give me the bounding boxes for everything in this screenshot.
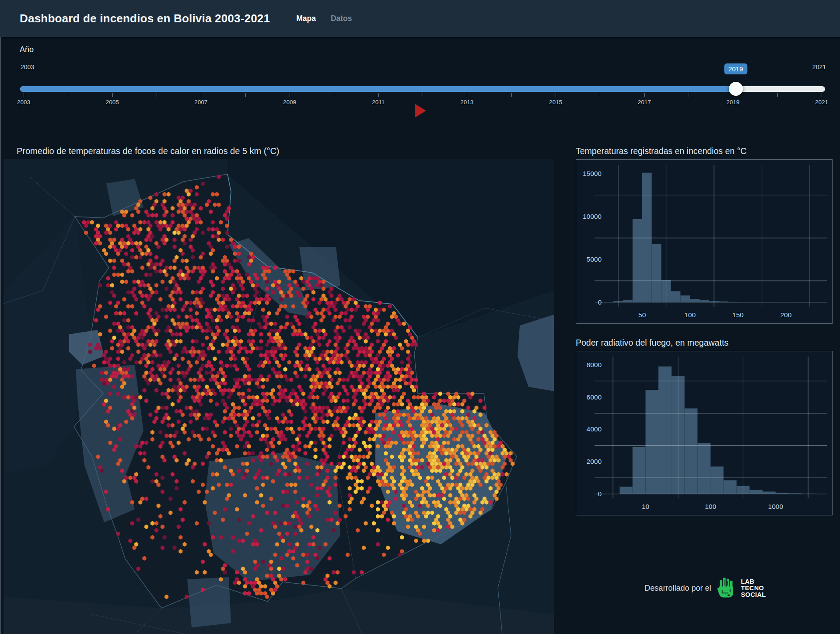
play-animation-button[interactable] — [415, 104, 426, 118]
year-tick — [600, 93, 600, 97]
year-tick-label: 2015 — [549, 99, 562, 105]
svg-text:8000: 8000 — [587, 361, 602, 368]
year-slider-value-badge: 2019 — [724, 63, 747, 74]
year-tick-label: 2009 — [283, 99, 296, 105]
slider-max-label: 2021 — [812, 63, 826, 70]
svg-text:0: 0 — [598, 298, 602, 306]
bolivia-hexbin-map[interactable] — [4, 159, 554, 634]
year-slider-section: Año 2003 2021 2019 200320052007200920112… — [0, 37, 840, 127]
svg-text:4000: 4000 — [587, 425, 602, 433]
year-tick — [644, 93, 645, 97]
app-header: Dashboard de incendios en Bolivia 2003-2… — [0, 0, 840, 37]
credit-text: Desarrollado por el — [644, 584, 711, 593]
slider-min-label: 2003 — [21, 63, 34, 70]
hist-temperature-plot: 05000100001500050100150200 — [576, 160, 831, 322]
logo-word-social: SOCIAL — [741, 592, 766, 598]
hist-frp-title: Poder radiativo del fuego, en megawatts — [576, 338, 835, 347]
year-tick — [334, 93, 334, 97]
hist-temperature-panel: 05000100001500050100150200 — [576, 159, 833, 324]
year-tick-label: 2021 — [815, 99, 828, 105]
year-tick — [290, 93, 290, 97]
year-slider-label: Año — [20, 45, 34, 54]
dashboard-app: Dashboard de incendios en Bolivia 2003-2… — [0, 0, 840, 634]
year-tick — [378, 93, 379, 97]
hist-frp-panel: 02000400060008000101001000 — [576, 351, 833, 515]
year-tick-label: 2005 — [106, 99, 119, 105]
year-tick — [423, 93, 423, 97]
year-tick-label: 2007 — [194, 99, 207, 105]
map-title: Promedio de temperaturas de focos de cal… — [0, 127, 558, 159]
year-tick-label: 2003 — [17, 99, 30, 105]
svg-text:6000: 6000 — [587, 393, 602, 401]
logo-word-tecno: TECNO — [741, 585, 766, 592]
svg-text:100: 100 — [705, 503, 716, 510]
svg-text:15000: 15000 — [583, 170, 602, 177]
charts-column: Temperaturas registradas en incendios en… — [576, 127, 835, 599]
svg-text:200: 200 — [780, 311, 791, 319]
svg-text:5000: 5000 — [587, 256, 602, 263]
svg-text:2000: 2000 — [587, 458, 602, 465]
year-tick-label: 2013 — [460, 99, 473, 105]
map-panel: Promedio de temperaturas de focos de cal… — [0, 127, 558, 634]
labtecnosocial-logo: LAB TECNO SOCIAL — [717, 577, 766, 599]
year-tick — [556, 93, 556, 97]
year-tick-label: 2017 — [638, 99, 651, 105]
svg-text:10000: 10000 — [583, 213, 602, 220]
nav-tabs: Mapa Datos — [296, 14, 352, 23]
year-tick — [467, 93, 467, 97]
year-tick — [777, 93, 778, 97]
page-left-edge-line — [0, 37, 1, 634]
logo-wordmark: LAB TECNO SOCIAL — [741, 578, 766, 598]
tab-mapa[interactable]: Mapa — [296, 14, 316, 23]
svg-text:50: 50 — [638, 311, 646, 319]
year-tick-label: 2019 — [726, 99, 739, 105]
year-slider-track[interactable]: 2019 — [20, 86, 825, 92]
green-hand-icon — [717, 577, 737, 599]
hist-frp-plot: 02000400060008000101001000 — [576, 351, 831, 514]
year-tick — [112, 93, 113, 97]
year-tick — [511, 93, 512, 97]
year-tick — [689, 93, 689, 97]
svg-text:10: 10 — [642, 503, 650, 510]
main-content: Promedio de temperaturas de focos de cal… — [0, 127, 840, 634]
tab-datos[interactable]: Datos — [331, 14, 352, 23]
year-tick — [68, 93, 68, 97]
year-tick — [24, 93, 24, 97]
year-tick — [201, 93, 201, 97]
year-tick-label: 2011 — [372, 99, 385, 105]
svg-text:1000: 1000 — [768, 503, 784, 510]
logo-word-lab: LAB — [741, 578, 766, 585]
svg-text:100: 100 — [684, 311, 696, 319]
svg-text:0: 0 — [598, 490, 602, 497]
year-tick — [157, 93, 157, 97]
year-tick — [245, 93, 246, 97]
svg-text:150: 150 — [732, 311, 744, 319]
hist-temperature-title: Temperaturas registradas en incendios en… — [576, 146, 835, 156]
year-tick — [822, 93, 822, 97]
credit-footer: Desarrollado por el LAB TECNO SOCIAL — [576, 577, 835, 599]
page-title: Dashboard de incendios en Bolivia 2003-2… — [20, 12, 270, 25]
year-tick — [733, 93, 733, 97]
year-slider-fill — [20, 86, 736, 92]
